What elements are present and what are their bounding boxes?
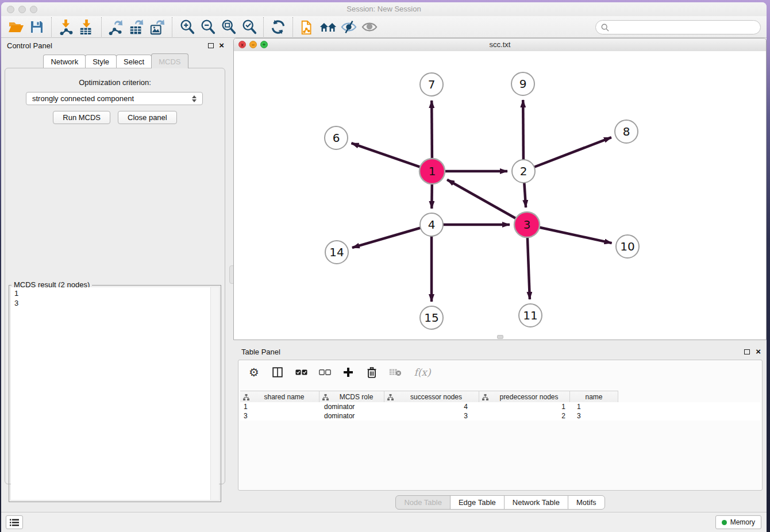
control-panel-title: Control Panel [7,41,52,50]
graph-node-2[interactable]: 2 [512,160,535,183]
table-cell[interactable]: dominator [319,402,384,411]
graph-node-6[interactable]: 6 [325,126,348,149]
save-session-button[interactable] [26,18,47,36]
tab-mcds[interactable]: MCDS [151,53,188,68]
toolbar-separator [101,17,102,37]
graph-node-8[interactable]: 8 [615,120,638,143]
graph-edge-1-6[interactable] [352,143,422,167]
column-header-mcds-role[interactable]: MCDS role [319,391,384,403]
graph-node-4[interactable]: 4 [420,213,443,236]
graph-node-7[interactable]: 7 [420,73,443,96]
toggle-column-panel-button[interactable] [271,365,284,379]
table-cell[interactable]: 2 [479,411,570,421]
float-table-panel-icon[interactable] [744,349,750,354]
close-table-panel-icon[interactable]: × [756,346,761,356]
table-cell[interactable]: 4 [384,402,479,411]
delete-table-button[interactable] [389,365,402,379]
graph-node-1[interactable]: 1 [419,159,445,184]
zoom-fit-icon [221,19,236,34]
deselect-all-button[interactable] [318,365,331,379]
graph-node-10[interactable]: 10 [616,235,639,258]
export-network-button[interactable] [106,18,126,36]
graph-node-15[interactable]: 15 [420,306,443,329]
criterion-dropdown[interactable]: strongly connected component [26,92,203,105]
table-cell[interactable]: 1 [479,402,570,411]
table-cell[interactable]: 3 [240,411,319,421]
table-row[interactable]: 3dominator323 [240,411,760,421]
task-history-button[interactable] [6,515,23,529]
network-canvas[interactable]: 1234678910111415 [234,51,766,340]
graphics-details-button[interactable] [338,18,359,36]
graph-edge-2-8[interactable] [533,137,611,167]
graph-edge-1-7[interactable] [432,101,432,160]
graph-edge-2-9[interactable] [523,100,523,161]
open-session-button[interactable] [6,18,26,36]
export-image-button[interactable] [147,18,168,36]
table-cell[interactable]: 1 [570,402,618,411]
table-row[interactable]: 1dominator411 [240,402,760,411]
column-type-icon [482,394,488,400]
duplicate-network-icon [300,19,315,35]
graph-node-14[interactable]: 14 [325,241,348,264]
zoom-fit-button[interactable] [218,18,238,36]
tab-network[interactable]: Network [43,55,86,68]
graph-edge-2-3[interactable] [524,182,526,207]
mcds-result-line: 1 [11,288,219,298]
tab-style[interactable]: Style [85,55,117,68]
first-neighbors-button[interactable] [318,18,338,36]
toolbar-separator [292,17,293,37]
graph-edge-1-4[interactable] [432,183,432,209]
zoom-out-button[interactable] [197,18,218,36]
tab-motifs[interactable]: Motifs [568,495,605,510]
graph-node-11[interactable]: 11 [519,304,542,327]
table-cell[interactable]: dominator [319,411,384,421]
column-header-predecessor-nodes[interactable]: predecessor nodes [479,391,570,403]
control-panel-header: Control Panel × [1,38,230,53]
birds-eye-view-button[interactable] [359,18,380,36]
close-panel-button[interactable]: Close panel [118,111,177,124]
table-cell[interactable]: 3 [384,411,479,421]
column-header-successor-nodes[interactable]: successor nodes [384,391,479,403]
table-cell[interactable]: 1 [240,402,319,411]
export-table-button[interactable] [126,18,147,36]
close-panel-icon[interactable]: × [219,40,224,50]
float-panel-icon[interactable] [208,43,214,48]
zoom-out-icon [200,19,215,34]
result-scrollbar[interactable] [210,287,219,500]
graph-node-label: 6 [333,131,340,145]
tab-network-table[interactable]: Network Table [504,495,568,510]
graph-edge-3-1[interactable] [447,180,517,219]
graph-edge-3-10[interactable] [538,227,612,243]
column-header-name[interactable]: name [570,391,618,403]
zoom-selected-button[interactable] [238,18,259,36]
delete-column-button[interactable] [365,365,378,379]
graph-node-3[interactable]: 3 [514,212,540,237]
graph-edge-3-11[interactable] [528,236,530,299]
apply-layout-button[interactable] [268,18,288,36]
tab-select[interactable]: Select [116,55,152,68]
graph-edge-4-14[interactable] [352,228,422,248]
table-settings-button[interactable]: ⚙ [248,365,260,379]
tab-edge-table[interactable]: Edge Table [450,495,505,510]
search-input[interactable] [611,21,760,34]
export-image-icon [149,19,165,35]
tab-node-table[interactable]: Node Table [395,495,451,510]
graph-node-9[interactable]: 9 [511,72,534,95]
import-network-button[interactable] [56,18,76,36]
houses-icon [319,20,337,34]
select-all-button[interactable] [295,365,307,379]
memory-button[interactable]: Memory [715,515,761,529]
function-builder-button[interactable]: f(x) [413,365,432,379]
dropdown-stepper-icon [190,95,199,102]
mcds-result-text[interactable]: 13 [11,287,219,500]
table-cell[interactable]: 3 [570,411,618,421]
import-table-button[interactable] [76,18,97,36]
duplicate-network-button[interactable] [297,18,318,36]
column-header-shared-name[interactable]: shared name [240,391,319,403]
run-mcds-button[interactable]: Run MCDS [53,111,110,124]
zoom-in-button[interactable] [176,18,197,36]
canvas-scrollbar-handle[interactable] [497,335,503,339]
add-column-button[interactable] [342,365,355,379]
mcds-result-line: 3 [11,298,219,308]
network-graph[interactable]: 1234678910111415 [234,51,766,340]
